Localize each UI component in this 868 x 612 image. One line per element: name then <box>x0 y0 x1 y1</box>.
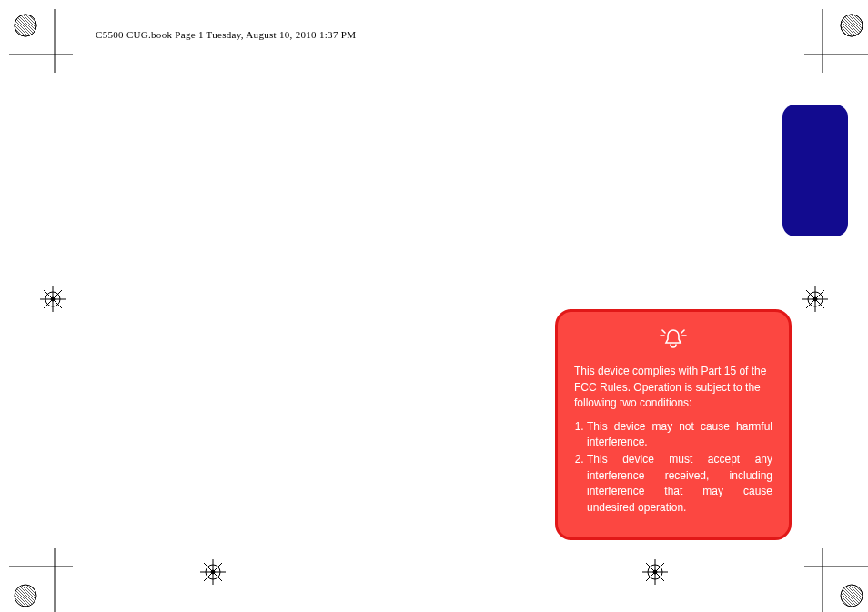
registration-mark-bottom-left <box>200 559 226 585</box>
warning-condition-1: This device may not cause harmful interf… <box>587 419 772 451</box>
cropmark-top-left <box>9 9 64 64</box>
cropmark-top-right <box>804 9 859 64</box>
registration-mark-left <box>40 286 66 312</box>
warning-condition-2: This device must accept any interference… <box>587 452 772 516</box>
warning-intro: This device complies with Part 15 of the… <box>574 364 772 411</box>
alarm-icon <box>574 326 772 355</box>
registration-mark-bottom-right <box>642 559 668 585</box>
document-header: C5500 CUG.book Page 1 Tuesday, August 10… <box>96 29 356 40</box>
svg-point-7 <box>841 15 863 36</box>
svg-point-1 <box>15 15 36 36</box>
section-tab <box>782 105 848 236</box>
svg-line-40 <box>662 330 665 333</box>
cropmark-bottom-right <box>804 548 859 603</box>
svg-line-42 <box>681 330 684 333</box>
fcc-warning-box: This device complies with Part 15 of the… <box>555 309 792 540</box>
registration-mark-right <box>802 286 828 312</box>
svg-point-13 <box>841 585 863 607</box>
svg-point-10 <box>15 585 36 607</box>
cropmark-bottom-left <box>9 548 64 603</box>
